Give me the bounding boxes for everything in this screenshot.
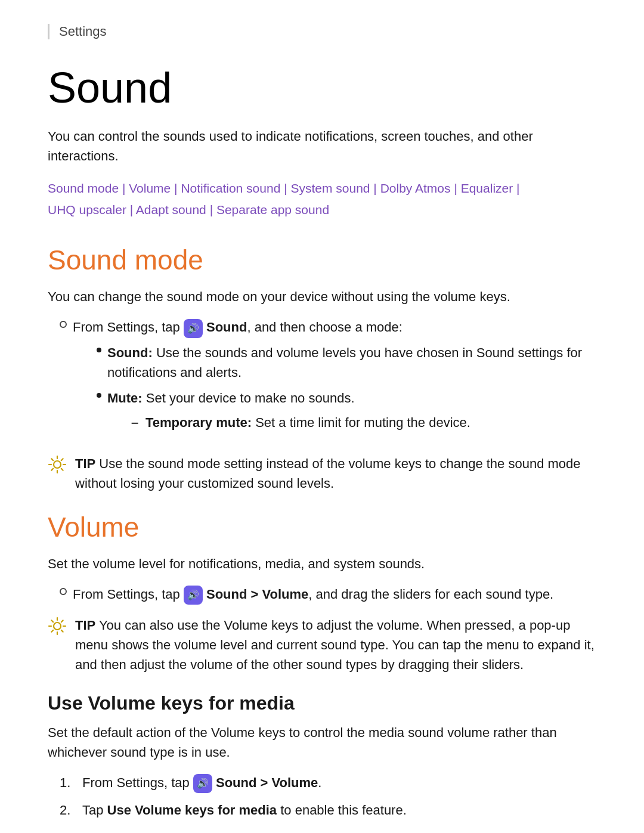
toc-link-notification-sound[interactable]: Notification sound <box>181 181 280 195</box>
dot-bullet-icon <box>97 348 101 352</box>
sub-bullet-text: Mute: Set your device to make no sounds.… <box>107 388 470 437</box>
list-item: Mute: Set your device to make no sounds.… <box>97 388 596 437</box>
list-item: Tap Use Volume keys for media to enable … <box>60 800 596 820</box>
svg-line-8 <box>51 468 53 470</box>
toc-link-adapt-sound[interactable]: Adapt sound <box>136 203 206 216</box>
tip-label-volume: TIP <box>75 618 95 633</box>
sound-settings-icon-3: 🔊 <box>193 774 212 793</box>
toc-link-volume[interactable]: Volume <box>129 181 171 195</box>
section-title-sound-mode: Sound mode <box>48 244 596 276</box>
list-item: – Temporary mute: Set a time limit for m… <box>131 413 470 432</box>
svg-line-14 <box>51 620 53 622</box>
use-volume-keys-desc: Set the default action of the Volume key… <box>48 723 596 762</box>
subsection-title-use-volume-keys: Use Volume keys for media <box>48 692 596 714</box>
sound-settings-icon: 🔊 <box>184 319 203 338</box>
svg-line-17 <box>51 630 53 632</box>
tip-content-volume: TIP You can also use the Volume keys to … <box>75 615 596 674</box>
svg-line-16 <box>61 620 63 622</box>
volume-desc: Set the volume level for notifications, … <box>48 554 596 574</box>
dot-bullet-icon <box>97 393 101 398</box>
tip-content: TIP Use the sound mode setting instead o… <box>75 454 596 493</box>
mute-sub-list: – Temporary mute: Set a time limit for m… <box>131 413 470 432</box>
svg-point-0 <box>54 461 61 468</box>
toc-link-dolby-atmos[interactable]: Dolby Atmos <box>380 181 451 195</box>
toc-link-system-sound[interactable]: System sound <box>290 181 370 195</box>
tip-sun-icon <box>48 455 67 474</box>
sound-mode-bullets: From Settings, tap 🔊 Sound, and then cho… <box>60 317 596 442</box>
section-sound-mode: Sound mode You can change the sound mode… <box>48 244 596 493</box>
volume-tip: TIP You can also use the Volume keys to … <box>48 615 596 674</box>
tip-sun-icon-2 <box>48 617 67 636</box>
bullet-text: From Settings, tap 🔊 Sound > Volume, and… <box>73 584 553 605</box>
svg-line-7 <box>61 459 63 460</box>
list-item: Sound: Use the sounds and volume levels … <box>97 343 596 382</box>
volume-bullets: From Settings, tap 🔊 Sound > Volume, and… <box>60 584 596 605</box>
intro-text: You can control the sounds used to indic… <box>48 126 596 166</box>
tip-label: TIP <box>75 456 95 471</box>
toc-link-sound-mode[interactable]: Sound mode <box>48 181 119 195</box>
toc-link-separate-app-sound[interactable]: Separate app sound <box>216 203 329 216</box>
circle-bullet-icon <box>60 588 67 595</box>
section-volume: Volume Set the volume level for notifica… <box>48 511 596 674</box>
bullet-text: From Settings, tap 🔊 Sound, and then cho… <box>73 317 596 442</box>
dash-bullet-icon: – <box>131 413 140 432</box>
sound-mode-tip: TIP Use the sound mode setting instead o… <box>48 454 596 493</box>
section-title-volume: Volume <box>48 511 596 543</box>
toc-link-equalizer[interactable]: Equalizer <box>461 181 513 195</box>
page-title: Sound <box>48 63 596 112</box>
list-item: From Settings, tap 🔊 Sound, and then cho… <box>60 317 596 442</box>
section-use-volume-keys: Use Volume keys for media Set the defaul… <box>48 692 596 820</box>
toc-links: Sound mode | Volume | Notification sound… <box>48 178 596 220</box>
toc-link-uhq-upscaler[interactable]: UHQ upscaler <box>48 203 126 216</box>
sound-settings-icon: 🔊 <box>184 586 203 605</box>
step-text: Tap Use Volume keys for media to enable … <box>82 800 407 820</box>
sound-mode-desc: You can change the sound mode on your de… <box>48 287 596 306</box>
svg-point-9 <box>54 623 61 630</box>
sub-sub-bullet-text: Temporary mute: Set a time limit for mut… <box>145 413 470 432</box>
sound-mode-sub-list: Sound: Use the sounds and volume levels … <box>97 343 596 437</box>
circle-bullet-icon <box>60 321 67 328</box>
step-text: From Settings, tap 🔊 Sound > Volume. <box>82 773 321 793</box>
svg-line-6 <box>61 468 63 470</box>
svg-line-15 <box>61 630 63 632</box>
sub-bullet-text: Sound: Use the sounds and volume levels … <box>107 343 596 382</box>
svg-line-5 <box>51 459 53 460</box>
breadcrumb: Settings <box>48 24 596 39</box>
list-item: From Settings, tap 🔊 Sound > Volume, and… <box>60 584 596 605</box>
list-item: From Settings, tap 🔊 Sound > Volume. <box>60 773 596 793</box>
use-volume-keys-steps: From Settings, tap 🔊 Sound > Volume. Tap… <box>60 773 596 820</box>
